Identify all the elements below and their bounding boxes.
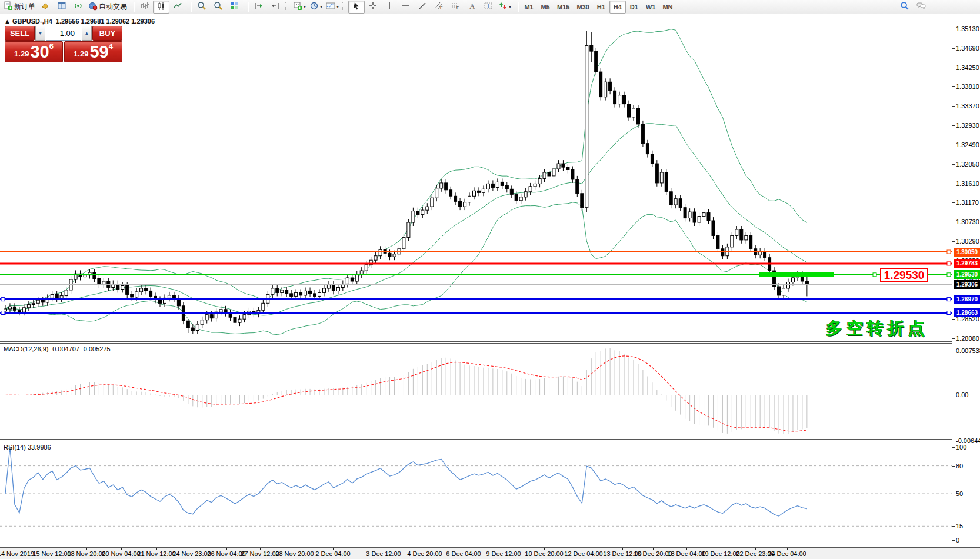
text-button[interactable]: A (464, 1, 480, 14)
timeframe-button-D1[interactable]: D1 (626, 1, 642, 14)
market-watch-icon[interactable] (54, 1, 70, 14)
timeframe-button-H4[interactable]: H4 (609, 1, 626, 14)
turning-point-annotation[interactable]: 多空转折点 (826, 317, 929, 340)
timeframe-button-W1[interactable]: W1 (642, 1, 659, 14)
timeframe-button-M5[interactable]: M5 (537, 1, 554, 14)
price-text-label[interactable]: 1.29530 (880, 268, 928, 282)
sell-price-pips: 30 (30, 44, 49, 61)
svg-text:A: A (469, 2, 475, 11)
chat-icon[interactable] (913, 1, 929, 14)
toolbar-separator (245, 2, 249, 12)
indicators-button[interactable]: ▾ (324, 1, 341, 14)
chart-shift-button[interactable] (267, 1, 284, 14)
text-label-button[interactable]: T (480, 1, 496, 14)
green-highlight-band[interactable] (759, 272, 834, 277)
arrows-button[interactable]: ▾ (496, 1, 513, 14)
price-tick-label: 1.34250 (956, 64, 979, 71)
line-handle[interactable] (947, 262, 951, 265)
macd-axis-top: 0.007538 (956, 347, 980, 354)
time-tick-label: 12 Dec 04:00 (564, 550, 602, 557)
time-tick-label: 9 Dec 12:00 (486, 550, 521, 557)
time-tick-label: 19 Dec 12:00 (701, 550, 739, 557)
svg-text:T: T (486, 3, 490, 9)
one-click-trading-panel: SELL ▼ ▲ BUY 1.29 30 6 1.29 59 4 (5, 26, 122, 62)
signals-icon[interactable] (70, 1, 86, 14)
buy-button[interactable]: BUY (92, 26, 122, 41)
cursor-button[interactable] (348, 1, 365, 14)
candlestick-button[interactable] (153, 1, 169, 14)
time-tick-label: 6 Dec 04:00 (446, 550, 481, 557)
volume-decrease-button[interactable]: ▼ (35, 26, 45, 41)
zoomout-icon (214, 1, 223, 13)
autotrading-button[interactable]: 自动交易 (86, 1, 129, 14)
timeframe-button-M15[interactable]: M15 (554, 1, 573, 14)
period-button[interactable]: ▾ (308, 1, 324, 14)
price-tick-label: 1.35130 (956, 25, 979, 32)
auto-scroll-button[interactable] (251, 1, 267, 14)
zoom-in-button[interactable] (194, 1, 210, 14)
macd-signal-line (5, 356, 807, 431)
vline-icon (385, 1, 394, 13)
timeframe-button-H1[interactable]: H1 (593, 1, 609, 14)
search-icon[interactable] (896, 1, 913, 14)
fibonacci-button[interactable]: F (447, 1, 464, 14)
trendline-button[interactable] (414, 1, 431, 14)
rsi-indicator-label: RSI(14) 33.9986 (4, 444, 51, 451)
symbol-label: GBPUSD-,H4 (12, 18, 52, 25)
arrows-icon (498, 1, 508, 13)
new-order-button[interactable]: 新订单 (2, 1, 37, 14)
templates-button[interactable]: ▾ (291, 1, 308, 14)
vertical-line-button[interactable] (381, 1, 398, 14)
line-handle[interactable] (947, 298, 951, 301)
line-handle[interactable] (1, 298, 5, 301)
timeframe-button-M30[interactable]: M30 (573, 1, 592, 14)
channel-button[interactable]: E (431, 1, 447, 14)
zoom-out-button[interactable] (210, 1, 226, 14)
bars-icon (140, 1, 149, 13)
price-tick (952, 338, 955, 339)
time-tick-label: 18 Nov 20:00 (67, 550, 105, 557)
line-handle[interactable] (1, 311, 5, 315)
time-tick-label: 15 Nov 12:00 (32, 550, 71, 557)
price-tick (952, 184, 955, 184)
horizontal-line-button[interactable] (398, 1, 414, 14)
history-center-icon[interactable] (37, 1, 54, 14)
price-line-badge: 1.28663 (954, 308, 980, 317)
time-tick-label: 21 Nov 12:00 (137, 550, 175, 557)
line-handle[interactable] (947, 250, 951, 254)
timeframe-button-MN[interactable]: MN (659, 1, 676, 14)
sell-button[interactable]: SELL (5, 26, 35, 41)
autoscroll-icon (254, 1, 264, 13)
volume-increase-button[interactable]: ▲ (82, 26, 92, 41)
line-handle[interactable] (947, 273, 951, 277)
line-handle[interactable] (873, 273, 876, 277)
sell-price[interactable]: 1.29 30 6 (5, 41, 63, 62)
crosshair-button[interactable] (365, 1, 381, 14)
crosshair-icon (368, 1, 378, 13)
candles-layer (4, 31, 809, 334)
toolbar-separator (131, 2, 135, 12)
buy-price-point: 4 (109, 42, 113, 51)
rsi-tick-label: 0 (956, 537, 959, 544)
gold-icon (41, 1, 50, 13)
volume-input[interactable] (46, 26, 81, 41)
main-chart-pane[interactable] (0, 14, 952, 341)
price-tick (952, 68, 955, 68)
bar-chart-button[interactable] (136, 1, 153, 14)
rsi-pane (0, 441, 952, 547)
line-handle[interactable] (947, 311, 951, 315)
price-tick (952, 241, 955, 242)
price-tick-label: 1.34690 (956, 45, 979, 52)
doc-plus-icon (4, 1, 13, 13)
buy-price[interactable]: 1.29 59 4 (64, 41, 122, 62)
tile-windows-button[interactable] (226, 1, 243, 14)
clock-icon (309, 1, 319, 13)
macd-indicator-label: MACD(12,26,9) -0.004707 -0.005275 (4, 345, 111, 352)
price-line-badge: 1.29783 (954, 259, 980, 268)
linechart-icon (173, 1, 182, 13)
timeframe-button-M1[interactable]: M1 (521, 1, 537, 14)
time-tick-label: 10 Dec 20:00 (525, 550, 563, 557)
trendline-icon (418, 1, 427, 13)
line-chart-button[interactable] (169, 1, 186, 14)
fibo-icon: F (451, 1, 460, 13)
